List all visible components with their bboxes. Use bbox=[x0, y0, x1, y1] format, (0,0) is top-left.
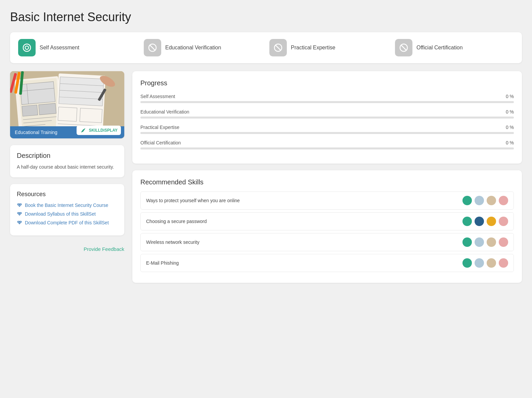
tab-practical-expertise[interactable]: Practical Expertise bbox=[269, 39, 388, 56]
resources-card: Resources Book the Basic Internet Securi… bbox=[10, 184, 124, 235]
progress-label-practical: Practical Expertise bbox=[140, 125, 179, 130]
svg-point-0 bbox=[23, 44, 31, 51]
skill-item-2[interactable]: Choosing a secure password bbox=[140, 212, 514, 230]
description-card: Description A half-day course about basi… bbox=[10, 145, 124, 177]
tabs-container: Self Assessment Educational Verification… bbox=[10, 32, 522, 63]
resource-link-book[interactable]: Book the Basic Internet Security Course bbox=[17, 203, 118, 208]
skills-card: Recommended Skills Ways to protect yours… bbox=[132, 170, 522, 283]
practical-expertise-icon bbox=[269, 39, 287, 56]
skill-dot-4-1 bbox=[462, 258, 472, 268]
tab-self-assessment[interactable]: Self Assessment bbox=[18, 39, 137, 56]
progress-bar-practical bbox=[140, 132, 514, 134]
official-certification-icon bbox=[395, 39, 412, 56]
skill-dots-2 bbox=[462, 217, 508, 226]
skill-dot-2-1 bbox=[462, 217, 472, 226]
progress-pct-practical: 0 % bbox=[506, 125, 514, 130]
svg-rect-12 bbox=[20, 82, 55, 104]
tab-official-certification-label: Official Certification bbox=[416, 45, 463, 51]
skill-dot-2-2 bbox=[475, 217, 484, 226]
skill-name-3: Wireless network security bbox=[146, 239, 200, 245]
progress-pct-educational: 0 % bbox=[506, 109, 514, 115]
svg-rect-15 bbox=[22, 105, 38, 116]
resources-heading: Resources bbox=[17, 191, 118, 198]
main-content: Educational Training SKILLDiSPLAY Desc bbox=[10, 71, 522, 283]
page-title: Basic Internet Security bbox=[10, 10, 522, 24]
progress-pct-official: 0 % bbox=[506, 140, 514, 145]
svg-rect-16 bbox=[39, 103, 56, 115]
skill-dot-2-3 bbox=[487, 217, 496, 226]
progress-practical-expertise: Practical Expertise 0 % bbox=[140, 125, 514, 134]
skilldisplay-logo: SKILLDiSPLAY bbox=[77, 126, 121, 135]
skill-dot-2-4 bbox=[499, 217, 508, 226]
tab-official-certification[interactable]: Official Certification bbox=[395, 39, 514, 56]
tab-educational-verification-label: Educational Verification bbox=[165, 45, 221, 51]
progress-pct-self-assessment: 0 % bbox=[506, 94, 514, 99]
skill-dots-1 bbox=[462, 196, 508, 205]
link-icon-3 bbox=[17, 220, 22, 225]
skill-dot-3-3 bbox=[487, 237, 496, 247]
progress-self-assessment: Self Assessment 0 % bbox=[140, 94, 514, 103]
skill-item-4[interactable]: E-Mail Phishing bbox=[140, 254, 514, 272]
tab-educational-verification[interactable]: Educational Verification bbox=[144, 39, 263, 56]
progress-bar-official bbox=[140, 147, 514, 149]
tab-self-assessment-label: Self Assessment bbox=[40, 45, 79, 51]
skill-name-2: Choosing a secure password bbox=[146, 219, 207, 224]
progress-label-self-assessment: Self Assessment bbox=[140, 94, 175, 99]
skill-dot-3-1 bbox=[462, 237, 472, 247]
self-assessment-icon bbox=[18, 39, 36, 56]
skill-dot-4-3 bbox=[487, 258, 496, 268]
skill-dot-3-4 bbox=[499, 237, 508, 247]
right-column: Progress Self Assessment 0 % Educational… bbox=[132, 71, 522, 283]
skill-item-3[interactable]: Wireless network security bbox=[140, 233, 514, 251]
progress-bar-self-assessment bbox=[140, 101, 514, 103]
progress-educational-verification: Educational Verification 0 % bbox=[140, 109, 514, 119]
skill-name-4: E-Mail Phishing bbox=[146, 260, 179, 266]
progress-card: Progress Self Assessment 0 % Educational… bbox=[132, 71, 522, 164]
course-image-card: Educational Training SKILLDiSPLAY bbox=[10, 71, 124, 138]
skill-dots-4 bbox=[462, 258, 508, 268]
description-text: A half-day course about basic internet s… bbox=[17, 164, 118, 171]
progress-official-certification: Official Certification 0 % bbox=[140, 140, 514, 149]
progress-heading: Progress bbox=[140, 79, 514, 87]
skill-dot-4-2 bbox=[475, 258, 484, 268]
progress-bar-educational bbox=[140, 117, 514, 119]
skill-dot-1-2 bbox=[475, 196, 484, 205]
tab-practical-expertise-label: Practical Expertise bbox=[291, 45, 336, 51]
link-icon-2 bbox=[17, 211, 22, 217]
provide-feedback-link[interactable]: Provide Feedback bbox=[84, 246, 124, 252]
skilldisplay-text: SKILLDiSPLAY bbox=[89, 128, 118, 133]
resource-link-syllabus[interactable]: Download Syllabus of this SkillSet bbox=[17, 211, 118, 217]
progress-label-official: Official Certification bbox=[140, 140, 181, 145]
educational-verification-icon bbox=[144, 39, 161, 56]
course-image: Educational Training SKILLDiSPLAY bbox=[10, 71, 124, 138]
skill-dot-1-1 bbox=[462, 196, 472, 205]
skill-dot-3-2 bbox=[475, 237, 484, 247]
skill-dots-3 bbox=[462, 237, 508, 247]
svg-line-5 bbox=[276, 45, 280, 50]
feedback-section: Provide Feedback bbox=[10, 242, 124, 252]
skill-dot-1-4 bbox=[499, 196, 508, 205]
svg-line-7 bbox=[401, 45, 406, 50]
svg-point-1 bbox=[25, 46, 29, 49]
skill-name-1: Ways to protect yourself when you are on… bbox=[146, 198, 240, 203]
svg-line-3 bbox=[150, 45, 155, 50]
skill-item-1[interactable]: Ways to protect yourself when you are on… bbox=[140, 191, 514, 210]
description-heading: Description bbox=[17, 152, 118, 160]
progress-label-educational: Educational Verification bbox=[140, 109, 189, 115]
resource-link-pdf[interactable]: Download Complete PDF of this SkillSet bbox=[17, 220, 118, 225]
skills-heading: Recommended Skills bbox=[140, 178, 514, 186]
link-icon bbox=[17, 203, 22, 208]
skill-dot-1-3 bbox=[487, 196, 496, 205]
left-column: Educational Training SKILLDiSPLAY Desc bbox=[10, 71, 124, 283]
skill-dot-4-4 bbox=[499, 258, 508, 268]
